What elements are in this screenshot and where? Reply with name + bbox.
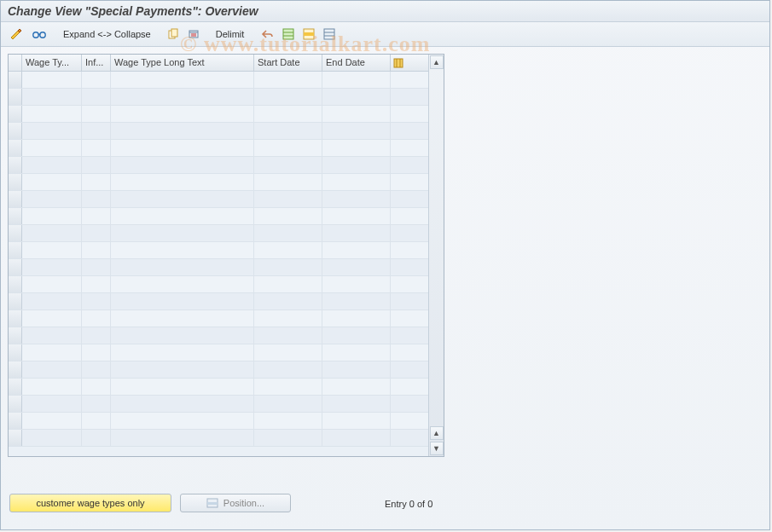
cell-inf[interactable] <box>82 259 111 275</box>
col-end-date[interactable]: End Date <box>322 55 391 71</box>
cell-wage-type[interactable] <box>22 140 82 156</box>
table-row[interactable] <box>9 242 428 259</box>
cell-start-date[interactable] <box>254 89 322 105</box>
row-selector[interactable] <box>9 396 22 412</box>
table-row[interactable] <box>9 106 428 123</box>
col-long-text[interactable]: Wage Type Long Text <box>111 55 254 71</box>
position-button[interactable]: Position... <box>180 494 291 512</box>
table-config-icon[interactable] <box>391 55 406 71</box>
cell-wage-type[interactable] <box>22 89 82 105</box>
scroll-down-icon[interactable]: ▼ <box>430 442 444 455</box>
deselect-all-icon[interactable] <box>320 26 339 43</box>
cell-wage-type[interactable] <box>22 208 82 224</box>
toggle-edit-icon[interactable] <box>6 26 26 43</box>
row-selector[interactable] <box>9 361 22 378</box>
table-row[interactable] <box>9 327 428 344</box>
cell-start-date[interactable] <box>254 361 322 378</box>
cell-long-text[interactable] <box>111 293 254 309</box>
cell-end-date[interactable] <box>322 157 391 173</box>
row-selector[interactable] <box>9 327 22 344</box>
cell-long-text[interactable] <box>111 413 254 429</box>
cell-end-date[interactable] <box>322 430 391 446</box>
cell-wage-type[interactable] <box>22 276 82 292</box>
col-wage-type[interactable]: Wage Ty... <box>22 55 82 71</box>
cell-inf[interactable] <box>82 157 111 173</box>
cell-long-text[interactable] <box>111 430 254 446</box>
row-selector[interactable] <box>9 72 22 88</box>
cell-long-text[interactable] <box>111 106 254 122</box>
cell-long-text[interactable] <box>111 361 254 378</box>
cell-start-date[interactable] <box>254 327 322 344</box>
cell-start-date[interactable] <box>254 344 322 361</box>
scroll-up2-icon[interactable]: ▲ <box>430 426 444 440</box>
col-inf[interactable]: Inf... <box>82 55 111 71</box>
cell-long-text[interactable] <box>111 379 254 395</box>
cell-wage-type[interactable] <box>22 259 82 275</box>
row-selector[interactable] <box>9 344 22 361</box>
row-selector[interactable] <box>9 413 22 429</box>
cell-start-date[interactable] <box>254 191 322 207</box>
glasses-selection-icon[interactable] <box>28 26 50 43</box>
cell-long-text[interactable] <box>111 123 254 139</box>
cell-inf[interactable] <box>82 174 111 190</box>
customer-wage-types-button[interactable]: customer wage types only <box>9 494 171 512</box>
cell-inf[interactable] <box>82 327 111 344</box>
cell-start-date[interactable] <box>254 140 322 156</box>
cell-inf[interactable] <box>82 396 111 412</box>
cell-inf[interactable] <box>82 140 111 156</box>
cell-inf[interactable] <box>82 89 111 105</box>
row-selector[interactable] <box>9 310 22 327</box>
table-row[interactable] <box>9 430 428 447</box>
cell-inf[interactable] <box>82 361 111 378</box>
table-row[interactable] <box>9 344 428 361</box>
table-row[interactable] <box>9 379 428 396</box>
cell-start-date[interactable] <box>254 242 322 258</box>
cell-wage-type[interactable] <box>22 310 82 327</box>
cell-long-text[interactable] <box>111 208 254 224</box>
cell-long-text[interactable] <box>111 259 254 275</box>
table-row[interactable] <box>9 157 428 174</box>
cell-end-date[interactable] <box>322 310 391 327</box>
table-row[interactable] <box>9 259 428 276</box>
cell-long-text[interactable] <box>111 191 254 207</box>
cell-end-date[interactable] <box>322 191 391 207</box>
cell-inf[interactable] <box>82 379 111 395</box>
table-row[interactable] <box>9 174 428 191</box>
copy-icon[interactable] <box>164 26 183 43</box>
cell-start-date[interactable] <box>254 174 322 190</box>
row-selector[interactable] <box>9 276 22 292</box>
cell-end-date[interactable] <box>322 276 391 292</box>
select-all-icon[interactable] <box>279 26 298 43</box>
cell-wage-type[interactable] <box>22 72 82 88</box>
cell-wage-type[interactable] <box>22 225 82 241</box>
cell-end-date[interactable] <box>322 396 391 412</box>
cell-start-date[interactable] <box>254 379 322 395</box>
table-row[interactable] <box>9 361 428 379</box>
table-row[interactable] <box>9 293 428 310</box>
cell-start-date[interactable] <box>254 208 322 224</box>
cell-long-text[interactable] <box>111 72 254 88</box>
delimit-button[interactable]: Delimit <box>210 26 251 43</box>
row-selector[interactable] <box>9 191 22 207</box>
cell-wage-type[interactable] <box>22 413 82 429</box>
row-selector[interactable] <box>9 208 22 224</box>
cell-start-date[interactable] <box>254 106 322 122</box>
table-row[interactable] <box>9 310 428 327</box>
expand-collapse-button[interactable]: Expand <-> Collapse <box>57 26 157 43</box>
cell-end-date[interactable] <box>322 327 391 344</box>
cell-long-text[interactable] <box>111 89 254 105</box>
cell-start-date[interactable] <box>254 157 322 173</box>
cell-wage-type[interactable] <box>22 123 82 139</box>
cell-long-text[interactable] <box>111 174 254 190</box>
cell-start-date[interactable] <box>254 413 322 429</box>
cell-wage-type[interactable] <box>22 430 82 446</box>
cell-inf[interactable] <box>82 242 111 258</box>
cell-end-date[interactable] <box>322 72 391 88</box>
cell-wage-type[interactable] <box>22 242 82 258</box>
row-selector[interactable] <box>9 123 22 139</box>
cell-inf[interactable] <box>82 208 111 224</box>
row-selector[interactable] <box>9 293 22 309</box>
cell-inf[interactable] <box>82 72 111 88</box>
cell-inf[interactable] <box>82 344 111 361</box>
row-selector[interactable] <box>9 140 22 156</box>
